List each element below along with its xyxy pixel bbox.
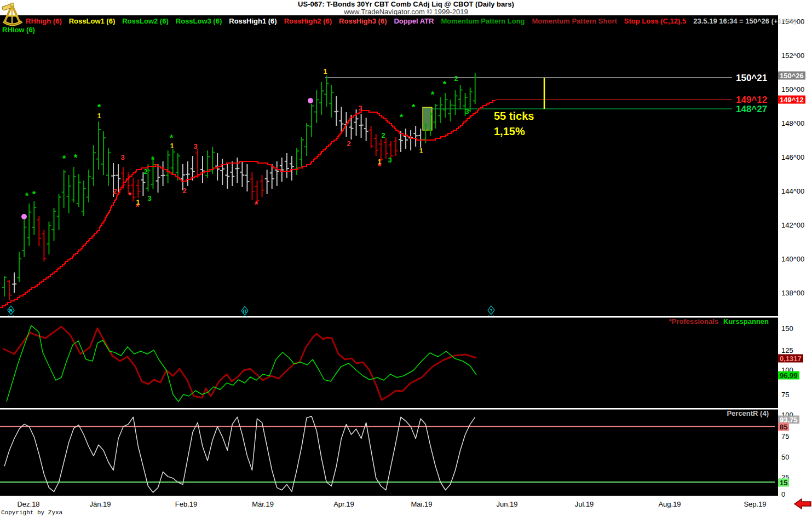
pattern-star-green: * — [151, 155, 155, 165]
pattern-number: 1 — [97, 112, 101, 120]
atr-dot — [21, 214, 27, 219]
pattern-number: 2 — [347, 140, 350, 148]
indicator-label: 23.5.19 16:34 = 150^26 (+1^03) — [693, 17, 796, 25]
axis-tick-label: 146^00 — [781, 153, 804, 161]
axis-value-badge: 15 — [778, 479, 789, 487]
indicator-label: Doppel ATR — [394, 17, 434, 25]
marker-dot — [8, 315, 9, 316]
indicator-label: RossHigh3 (6) — [339, 17, 387, 25]
indicator-label: RossLow3 (6) — [176, 17, 222, 25]
axis-tick-label: 150 — [781, 324, 793, 333]
marker-dot — [13, 315, 14, 316]
axis-tick-label: 144^00 — [781, 187, 804, 195]
pattern-star-green: * — [25, 191, 29, 201]
axis-tick-label: 50 — [781, 453, 789, 461]
marker-dot — [246, 316, 247, 317]
pattern-number: 2 — [381, 131, 385, 140]
pattern-star-green: * — [74, 153, 78, 163]
chart-title: US-067: T-Bonds 30Yr CBT Comb CAdj Liq @… — [0, 1, 812, 8]
pattern-star-green: * — [443, 79, 447, 90]
month-label: Jän.19 — [89, 500, 111, 508]
month-label: Dez.18 — [17, 500, 39, 508]
indicator-label: RHlow (6) — [2, 26, 35, 34]
month-label: Mär.19 — [252, 500, 274, 508]
chart-header: US-067: T-Bonds 30Yr CBT Comb CAdj Liq @… — [0, 1, 812, 16]
month-label: Apr.19 — [333, 500, 354, 508]
pattern-number: 3 — [147, 194, 151, 202]
pattern-number: 3 — [358, 104, 362, 112]
axis-tick-label: 125 — [781, 346, 793, 355]
pattern-number: 3 — [120, 153, 124, 161]
price-level-label: 150^21 — [736, 73, 767, 83]
axis-value-badge: 149^12 — [778, 96, 805, 104]
indicator-row-2: RHlow (6) — [2, 26, 42, 34]
indicator-label: Stop Loss (C,12).5 — [624, 17, 686, 25]
axis-tick-label: 150^00 — [781, 85, 804, 94]
axis-tick-label: 142^00 — [781, 221, 804, 229]
app-window: US-067: T-Bonds 30Yr CBT Comb CAdj Liq @… — [0, 0, 812, 517]
scroll-left-arrow[interactable] — [793, 497, 812, 510]
pattern-number: 1 — [136, 198, 140, 206]
pattern-number: 2 — [454, 74, 458, 83]
indicator-label: RossLow2 (6) — [122, 17, 169, 25]
pattern-number: 3 — [193, 142, 197, 150]
pattern-number: 2 — [182, 187, 186, 195]
marker-diamond-letter: ? — [489, 308, 493, 313]
percentr-title: PercentR (4) — [727, 409, 769, 417]
pattern-number: 3 — [388, 156, 391, 164]
month-label: Mai.19 — [411, 500, 432, 508]
panel-separator — [0, 408, 778, 410]
indicator-label: RossLow1 (6) — [69, 17, 116, 25]
indicator-label: RossHigh1 (6) — [229, 17, 277, 25]
price-level-label: 148^27 — [736, 104, 767, 114]
indicator-label: Momentum Pattern Long — [441, 17, 525, 25]
pattern-star-red: * — [128, 190, 132, 201]
pattern-star-green: * — [400, 112, 404, 123]
legend-kursspannen: Kursspannen — [723, 317, 769, 326]
trade-navigator-sextant-logo — [1, 1, 24, 26]
month-label: Jul.19 — [575, 500, 594, 508]
pattern-number: 1 — [419, 147, 423, 155]
axis-value-badge: 150^26 — [778, 72, 805, 80]
legend-professionals: *Professionals — [669, 317, 718, 326]
axis-value-badge: 96,99 — [778, 371, 799, 380]
chart-canvas[interactable]: 150^21149^12148^2755 ticks1,15%*********… — [0, 15, 778, 497]
pattern-number: 1 — [323, 67, 327, 75]
pattern-number: 1 — [170, 142, 174, 150]
time-axis: Dez.18Jän.19Feb.19Mär.19Apr.19Mai.19Jun.… — [0, 497, 812, 510]
axis-value-badge: 85 — [778, 423, 789, 431]
month-label: Jun.19 — [496, 500, 517, 508]
pattern-star-green: * — [431, 90, 435, 100]
atr-dot — [308, 98, 313, 103]
pattern-star-green: * — [32, 189, 36, 200]
marker-dot — [493, 315, 494, 316]
pattern-number: 1 — [377, 158, 381, 166]
indicator-row-1: RHhigh (6)RossLow1 (6)RossLow2 (6)RossLo… — [26, 17, 803, 25]
pattern-number: 2 — [113, 187, 117, 195]
axis-value-badge: 0,1317 — [778, 355, 803, 363]
marker-dot — [488, 315, 489, 316]
axis-tick-label: 75 — [781, 391, 789, 399]
axis-tick-label: 148^00 — [781, 119, 804, 127]
month-label: Feb.19 — [175, 500, 197, 508]
axis-tick-label: 138^00 — [781, 289, 804, 297]
chart-background — [0, 15, 778, 497]
copyright-text: Copyright by Zyxa — [1, 509, 62, 516]
indicator-label: RossHigh2 (6) — [284, 17, 332, 25]
axis-tick-label: 140^00 — [781, 255, 804, 263]
pattern-number: 3 — [465, 107, 469, 115]
indicator-label: RHhigh (6) — [26, 17, 62, 25]
marker-diamond-letter: R — [243, 309, 247, 314]
chart-subtitle: www.TradeNavigator.com © 1999-2019 — [0, 8, 812, 16]
pattern-star-green: * — [62, 154, 66, 164]
axis-tick-label: 152^00 — [781, 51, 804, 60]
axis-tick-label: 75 — [781, 432, 789, 440]
month-label: Aug.19 — [658, 500, 681, 508]
measure-label: 55 ticks — [494, 110, 534, 122]
marker-diamond-letter: R — [9, 308, 13, 313]
marker-dot — [242, 316, 243, 317]
pattern-star-red: * — [255, 200, 258, 210]
indicator-label: Momentum Pattern Short — [532, 17, 617, 25]
price-axis: 154^00152^00150^00148^00146^00144^00142^… — [778, 15, 812, 497]
month-label: Sep.19 — [744, 500, 766, 508]
